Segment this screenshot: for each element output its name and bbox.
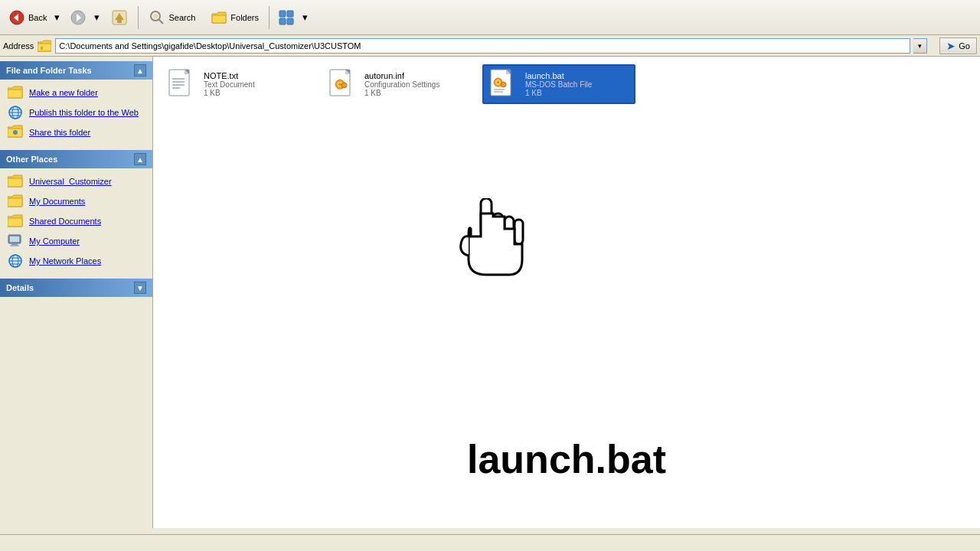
address-bar: Address ▾ ➤ Go [0,35,980,57]
go-label: Go [959,41,970,51]
svg-rect-43 [339,87,341,89]
back-button-group[interactable]: Back ▾ [3,4,63,31]
autorun-type: Configuration Settings [364,80,439,89]
details-collapse-icon: ▼ [136,284,144,292]
my-documents-item[interactable]: My Documents [0,191,152,211]
search-button[interactable]: Search [142,4,202,31]
autorun-icon [328,69,358,99]
details-section: Details ▼ [0,279,152,297]
forward-button-group[interactable]: ▾ [64,4,103,31]
share-folder-label: Share this folder [29,128,90,137]
go-arrow-icon: ➤ [946,40,956,52]
svg-rect-22 [10,236,19,242]
other-places-header[interactable]: Other Places ▲ [0,150,152,168]
shared-documents-label: Shared Documents [29,217,101,226]
file-item-note[interactable]: NOTE.txt Text Document 1 KB [161,64,314,104]
file-tasks-section: File and Folder Tasks ▲ Make a new folde… [0,61,152,145]
launch-name: launch.bat [525,71,592,80]
publish-web-icon [8,105,23,120]
toolbar: Back ▾ ▾ [0,0,980,35]
forward-dropdown-arrow: ▾ [94,11,100,23]
svg-rect-6 [117,20,122,23]
other-places-items: Universal_Customizer My Documents [0,168,152,274]
autorun-size: 1 KB [364,89,439,97]
separator-2 [269,6,270,29]
share-folder-item[interactable]: Share this folder [0,122,152,142]
file-tasks-header[interactable]: File and Folder Tasks ▲ [0,61,152,80]
other-places-collapse-icon: ▲ [136,155,144,164]
folders-label: Folders [230,13,259,22]
other-places-collapse[interactable]: ▲ [134,153,146,165]
universal-customizer-label: Universal_Customizer [29,177,112,186]
bottom-filename-label: launch.bat [467,436,666,482]
launch-info: launch.bat MS-DOS Batch File 1 KB [525,71,592,97]
views-button-group[interactable]: ▾ [273,4,311,31]
autorun-info: autorun.inf Configuration Settings 1 KB [364,71,439,97]
file-tasks-items: Make a new folder Publish this folder to… [0,80,152,145]
details-collapse[interactable]: ▼ [134,282,146,294]
back-dropdown-arrow: ▾ [54,11,60,23]
address-input[interactable] [55,38,910,54]
folders-icon [211,9,227,26]
make-folder-icon [8,85,23,100]
svg-rect-14 [41,47,43,50]
details-title: Details [6,283,34,292]
file-item-autorun[interactable]: autorun.inf Configuration Settings 1 KB [322,64,475,104]
other-places-title: Other Places [6,155,57,164]
svg-point-49 [344,85,345,86]
views-button[interactable] [273,4,300,31]
shared-documents-item[interactable]: Shared Documents [0,211,152,231]
svg-point-63 [503,84,505,86]
note-info: NOTE.txt Text Document 1 KB [204,71,255,97]
share-folder-icon [8,125,23,140]
make-folder-label: Make a new folder [29,88,98,97]
svg-rect-57 [498,85,499,86]
svg-rect-42 [339,80,341,81]
my-network-places-label: My Network Places [29,256,101,266]
back-icon [8,9,25,26]
forward-dropdown[interactable]: ▾ [92,4,103,31]
details-header[interactable]: Details ▼ [0,279,152,297]
file-item-launch[interactable]: launch.bat MS-DOS Batch File 1 KB [482,64,635,104]
forward-button[interactable] [64,4,92,31]
search-label: Search [168,13,195,22]
svg-rect-24 [10,245,19,246]
universal-customizer-item[interactable]: Universal_Customizer [0,171,152,191]
svg-rect-67 [493,214,503,246]
left-panel: File and Folder Tasks ▲ Make a new folde… [0,57,153,528]
publish-web-item[interactable]: Publish this folder to the Web [0,103,152,122]
folders-button[interactable]: Folders [204,4,266,31]
svg-rect-23 [11,243,18,245]
up-icon [111,9,128,26]
my-network-places-item[interactable]: My Network Places [0,251,152,271]
svg-rect-58 [494,82,495,83]
svg-rect-44 [335,83,337,85]
search-icon [149,9,165,26]
main-layout: File and Folder Tasks ▲ Make a new folde… [0,57,980,528]
file-tasks-collapse[interactable]: ▲ [134,64,146,77]
views-dropdown[interactable]: ▾ [300,4,311,31]
other-places-section: Other Places ▲ Universal_Customizer [0,150,152,274]
back-button[interactable]: Back [3,4,52,31]
svg-point-20 [13,130,18,135]
forward-icon [70,9,87,26]
address-dropdown[interactable]: ▾ [913,38,927,54]
launch-size: 1 KB [525,89,592,97]
note-type: Text Document [204,80,255,89]
svg-rect-10 [279,11,286,17]
universal-customizer-icon [8,174,23,189]
note-icon [167,69,198,99]
svg-point-9 [153,14,158,18]
up-button[interactable] [104,4,135,31]
cursor-overlay [452,198,528,298]
back-dropdown[interactable]: ▾ [52,4,63,31]
svg-rect-68 [505,217,514,246]
launch-type: MS-DOS Batch File [525,80,592,89]
my-documents-label: My Documents [29,197,85,206]
autorun-name: autorun.inf [364,71,439,80]
views-icon [278,9,295,26]
launch-icon [488,69,519,99]
make-folder-item[interactable]: Make a new folder [0,83,152,103]
go-button[interactable]: ➤ Go [939,37,977,54]
my-computer-item[interactable]: My Computer [0,231,152,251]
